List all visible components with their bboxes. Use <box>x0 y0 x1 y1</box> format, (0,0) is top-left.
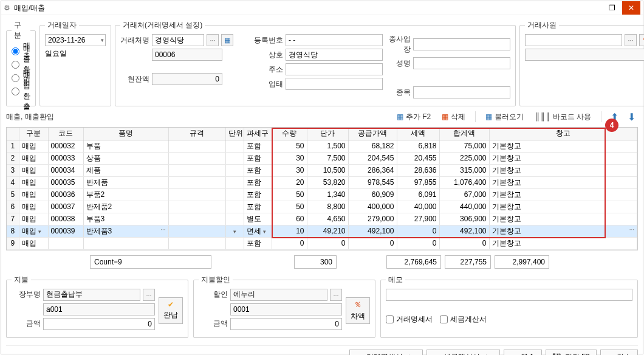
cell[interactable]: 기본창고 <box>489 152 637 164</box>
cell[interactable]: 매입 ▾ <box>19 225 48 237</box>
cell[interactable]: 978,545 <box>348 176 397 188</box>
table-row[interactable]: 2매입000033상품포함307,500204,54520,455225,000… <box>7 152 637 164</box>
cell[interactable]: 포함 <box>244 237 272 249</box>
cell[interactable]: 20 <box>272 176 307 188</box>
cell[interactable] <box>225 237 244 249</box>
cell[interactable] <box>168 188 225 201</box>
cell[interactable] <box>168 140 225 152</box>
cell[interactable]: 60 <box>272 213 307 225</box>
cell[interactable]: 매입 <box>19 176 48 188</box>
radio-sales-return[interactable] <box>12 61 19 69</box>
cell[interactable]: 반제품3 ··· <box>83 225 168 237</box>
full-pay-button[interactable]: ✔완납 <box>159 297 183 324</box>
cell[interactable]: 50 <box>272 140 307 152</box>
memo-input[interactable] <box>386 289 632 301</box>
cell[interactable]: 매입 <box>19 237 48 249</box>
disc-amt-input[interactable] <box>230 318 342 330</box>
cell[interactable]: 1,500 <box>307 140 348 152</box>
continuous-button[interactable]: ▦연속 <box>504 350 542 356</box>
col-header[interactable]: 세액 <box>397 128 439 140</box>
emp-lookup-button[interactable]: ··· <box>625 34 637 46</box>
cell[interactable]: 별도 <box>244 213 272 225</box>
regno-input[interactable] <box>286 34 383 46</box>
cell[interactable] <box>48 237 83 249</box>
cell[interactable]: 279,000 <box>348 213 397 225</box>
cell[interactable]: 204,545 <box>348 152 397 164</box>
tax-invoice-button[interactable]: ▦세금계산서▾ <box>426 350 500 356</box>
cell[interactable]: 315,000 <box>439 164 489 176</box>
col-header[interactable] <box>7 128 19 140</box>
table-row[interactable]: 5매입000036부품2포함501,34060,9096,09167,000기본… <box>7 188 637 201</box>
table-row[interactable]: 9매입포함00000기본창고 <box>7 237 637 249</box>
cell[interactable]: 7 <box>7 213 19 225</box>
cell[interactable]: 포함 <box>244 188 272 201</box>
cell[interactable]: 매입 <box>19 152 48 164</box>
disc-lookup-button[interactable]: ··· <box>330 289 342 301</box>
col-header[interactable]: 구분 <box>19 128 48 140</box>
cell[interactable]: 매입 <box>19 201 48 213</box>
cell[interactable]: 기본창고 <box>489 213 637 225</box>
table-row[interactable]: 6매입000037반제품2포함508,800400,00040,000440,0… <box>7 201 637 213</box>
cell[interactable]: 10,500 <box>307 164 348 176</box>
cancel-button[interactable]: ⟲취소 <box>600 350 638 356</box>
person-input[interactable] <box>413 57 510 69</box>
statement-button[interactable]: ▦거래명세서▾ <box>349 350 423 356</box>
cell[interactable]: 0 <box>397 237 439 249</box>
cell[interactable]: 기본창고 <box>489 237 637 249</box>
cell[interactable]: 반제품 <box>83 176 168 188</box>
cell[interactable]: 7,500 <box>307 152 348 164</box>
addr-input[interactable] <box>286 63 383 75</box>
cell[interactable]: 1,340 <box>307 188 348 201</box>
site-input[interactable] <box>413 38 510 50</box>
cell[interactable]: ▾ <box>225 225 244 237</box>
pay-amt-input[interactable] <box>43 318 155 330</box>
cell[interactable] <box>168 213 225 225</box>
cell[interactable]: 4 <box>7 176 19 188</box>
book-input[interactable] <box>43 289 140 301</box>
maximize-button[interactable]: ❐ <box>603 1 621 15</box>
cell[interactable]: 매입 <box>19 188 48 201</box>
radio-purchase[interactable] <box>12 74 19 82</box>
cell[interactable]: 포함 <box>244 201 272 213</box>
cell[interactable] <box>225 188 244 201</box>
partner-lookup-button[interactable]: ··· <box>207 34 219 46</box>
disc-type-input[interactable] <box>230 289 327 301</box>
cell[interactable]: 000032 <box>48 140 83 152</box>
save-button[interactable]: 💾저장 F9 <box>546 350 597 356</box>
cell[interactable]: 000039 <box>48 225 83 237</box>
cell[interactable]: 부품3 <box>83 213 168 225</box>
load-button[interactable]: ▦불러오기 <box>482 111 527 123</box>
cell[interactable]: 8,800 <box>307 201 348 213</box>
cell[interactable]: 492,100 <box>439 225 489 237</box>
cell[interactable] <box>168 152 225 164</box>
table-row[interactable]: 3매입000034제품포함3010,500286,36428,636315,00… <box>7 164 637 176</box>
barcode-button[interactable]: ║║║바코드 사용 <box>531 111 595 123</box>
cell[interactable]: 부품2 <box>83 188 168 201</box>
cell[interactable] <box>83 237 168 249</box>
col-header[interactable]: 과세구 <box>244 128 272 140</box>
cell[interactable]: 30 <box>272 164 307 176</box>
cell[interactable]: 6 <box>7 201 19 213</box>
cell[interactable]: 매입 <box>19 164 48 176</box>
delete-row-button[interactable]: ▦삭제 <box>438 111 469 123</box>
cell[interactable]: 000034 <box>48 164 83 176</box>
cell[interactable] <box>168 164 225 176</box>
cell[interactable] <box>168 225 225 237</box>
close-button[interactable]: ✕ <box>622 1 640 15</box>
cell[interactable]: 440,000 <box>439 201 489 213</box>
book-lookup-button[interactable]: ··· <box>143 289 155 301</box>
cell[interactable]: 60,909 <box>348 188 397 201</box>
col-header[interactable]: 단가 <box>307 128 348 140</box>
cell[interactable]: 1 <box>7 140 19 152</box>
table-row[interactable]: 4매입000035반제품포함2053,820978,54597,8551,076… <box>7 176 637 188</box>
cell[interactable]: 6,818 <box>397 140 439 152</box>
grid[interactable]: 구분코드품명규격단위과세구수량단가공급가액세액합계액창고 1매입000032부품… <box>7 128 637 250</box>
col-header[interactable]: 규격 <box>168 128 225 140</box>
cell[interactable]: 400,000 <box>348 201 397 213</box>
cell[interactable]: 포함 <box>244 176 272 188</box>
partner-add-button[interactable]: ▦ <box>221 34 233 46</box>
cell[interactable]: 49,210 <box>307 225 348 237</box>
cell[interactable]: 0 <box>272 237 307 249</box>
cell[interactable]: 30 <box>272 152 307 164</box>
cell[interactable]: 306,900 <box>439 213 489 225</box>
